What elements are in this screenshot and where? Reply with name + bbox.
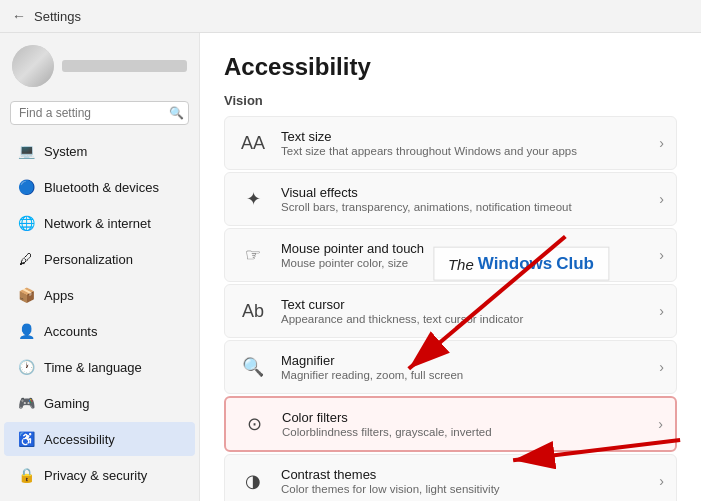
contrast-themes-desc: Color themes for low vision, light sensi… [281, 483, 651, 495]
sidebar-item-network[interactable]: 🌐Network & internet [4, 206, 195, 240]
user-name [62, 60, 187, 72]
settings-item-text-size[interactable]: AAText sizeText size that appears throug… [224, 116, 677, 170]
text-size-chevron: › [659, 135, 664, 151]
sidebar-item-privacy[interactable]: 🔒Privacy & security [4, 458, 195, 492]
color-filters-text: Color filtersColorblindness filters, gra… [282, 410, 650, 438]
settings-item-color-filters[interactable]: ⊙Color filtersColorblindness filters, gr… [224, 396, 677, 452]
sidebar-label-apps: Apps [44, 288, 74, 303]
visual-effects-title: Visual effects [281, 185, 651, 200]
color-filters-chevron: › [658, 416, 663, 432]
page-title: Accessibility [224, 53, 677, 81]
content-area: Accessibility Vision AAText sizeText siz… [200, 33, 701, 501]
sidebar-label-personalization: Personalization [44, 252, 133, 267]
settings-list: AAText sizeText size that appears throug… [224, 116, 677, 501]
search-box[interactable]: 🔍 [10, 101, 189, 125]
back-button[interactable]: ← [12, 8, 26, 24]
sidebar-label-gaming: Gaming [44, 396, 90, 411]
sidebar-label-accessibility: Accessibility [44, 432, 115, 447]
bluetooth-icon: 🔵 [16, 177, 36, 197]
visual-effects-chevron: › [659, 191, 664, 207]
text-cursor-icon: Ab [237, 295, 269, 327]
sidebar-label-time: Time & language [44, 360, 142, 375]
magnifier-desc: Magnifier reading, zoom, full screen [281, 369, 651, 381]
contrast-themes-text: Contrast themesColor themes for low visi… [281, 467, 651, 495]
mouse-pointer-chevron: › [659, 247, 664, 263]
sidebar-item-accessibility[interactable]: ♿Accessibility [4, 422, 195, 456]
text-size-title: Text size [281, 129, 651, 144]
magnifier-icon: 🔍 [237, 351, 269, 383]
sidebar-label-system: System [44, 144, 87, 159]
visual-effects-text: Visual effectsScroll bars, transparency,… [281, 185, 651, 213]
accessibility-icon: ♿ [16, 429, 36, 449]
section-label: Vision [224, 93, 677, 108]
text-cursor-desc: Appearance and thickness, text cursor in… [281, 313, 651, 325]
mouse-pointer-desc: Mouse pointer color, size [281, 257, 651, 269]
sidebar: 🔍 💻System🔵Bluetooth & devices🌐Network & … [0, 33, 200, 501]
settings-item-text-cursor[interactable]: AbText cursorAppearance and thickness, t… [224, 284, 677, 338]
settings-item-mouse-pointer[interactable]: ☞Mouse pointer and touchMouse pointer co… [224, 228, 677, 282]
sidebar-item-system[interactable]: 💻System [4, 134, 195, 168]
contrast-themes-icon: ◑ [237, 465, 269, 497]
sidebar-label-privacy: Privacy & security [44, 468, 147, 483]
sidebar-label-accounts: Accounts [44, 324, 97, 339]
mouse-pointer-icon: ☞ [237, 239, 269, 271]
text-size-text: Text sizeText size that appears througho… [281, 129, 651, 157]
sidebar-label-network: Network & internet [44, 216, 151, 231]
system-icon: 💻 [16, 141, 36, 161]
magnifier-title: Magnifier [281, 353, 651, 368]
sidebar-item-windows-update[interactable]: 🔄Windows Update [4, 494, 195, 501]
magnifier-text: MagnifierMagnifier reading, zoom, full s… [281, 353, 651, 381]
text-cursor-chevron: › [659, 303, 664, 319]
accounts-icon: 👤 [16, 321, 36, 341]
text-cursor-title: Text cursor [281, 297, 651, 312]
sidebar-item-gaming[interactable]: 🎮Gaming [4, 386, 195, 420]
network-icon: 🌐 [16, 213, 36, 233]
contrast-themes-chevron: › [659, 473, 664, 489]
sidebar-nav: 💻System🔵Bluetooth & devices🌐Network & in… [0, 133, 199, 501]
sidebar-item-accounts[interactable]: 👤Accounts [4, 314, 195, 348]
color-filters-title: Color filters [282, 410, 650, 425]
visual-effects-desc: Scroll bars, transparency, animations, n… [281, 201, 651, 213]
mouse-pointer-title: Mouse pointer and touch [281, 241, 651, 256]
search-icon: 🔍 [169, 106, 184, 120]
personalization-icon: 🖊 [16, 249, 36, 269]
search-input[interactable] [19, 106, 169, 120]
window-title: Settings [34, 9, 81, 24]
gaming-icon: 🎮 [16, 393, 36, 413]
settings-item-magnifier[interactable]: 🔍MagnifierMagnifier reading, zoom, full … [224, 340, 677, 394]
sidebar-item-time[interactable]: 🕐Time & language [4, 350, 195, 384]
color-filters-icon: ⊙ [238, 408, 270, 440]
visual-effects-icon: ✦ [237, 183, 269, 215]
text-size-desc: Text size that appears throughout Window… [281, 145, 651, 157]
apps-icon: 📦 [16, 285, 36, 305]
sidebar-label-bluetooth: Bluetooth & devices [44, 180, 159, 195]
main-layout: 🔍 💻System🔵Bluetooth & devices🌐Network & … [0, 33, 701, 501]
settings-item-contrast-themes[interactable]: ◑Contrast themesColor themes for low vis… [224, 454, 677, 501]
magnifier-chevron: › [659, 359, 664, 375]
title-bar: ← Settings [0, 0, 701, 33]
sidebar-item-bluetooth[interactable]: 🔵Bluetooth & devices [4, 170, 195, 204]
privacy-icon: 🔒 [16, 465, 36, 485]
sidebar-item-apps[interactable]: 📦Apps [4, 278, 195, 312]
contrast-themes-title: Contrast themes [281, 467, 651, 482]
sidebar-item-personalization[interactable]: 🖊Personalization [4, 242, 195, 276]
text-cursor-text: Text cursorAppearance and thickness, tex… [281, 297, 651, 325]
sidebar-user-area [0, 33, 199, 97]
text-size-icon: AA [237, 127, 269, 159]
avatar [12, 45, 54, 87]
settings-item-visual-effects[interactable]: ✦Visual effectsScroll bars, transparency… [224, 172, 677, 226]
time-icon: 🕐 [16, 357, 36, 377]
color-filters-desc: Colorblindness filters, grayscale, inver… [282, 426, 650, 438]
mouse-pointer-text: Mouse pointer and touchMouse pointer col… [281, 241, 651, 269]
